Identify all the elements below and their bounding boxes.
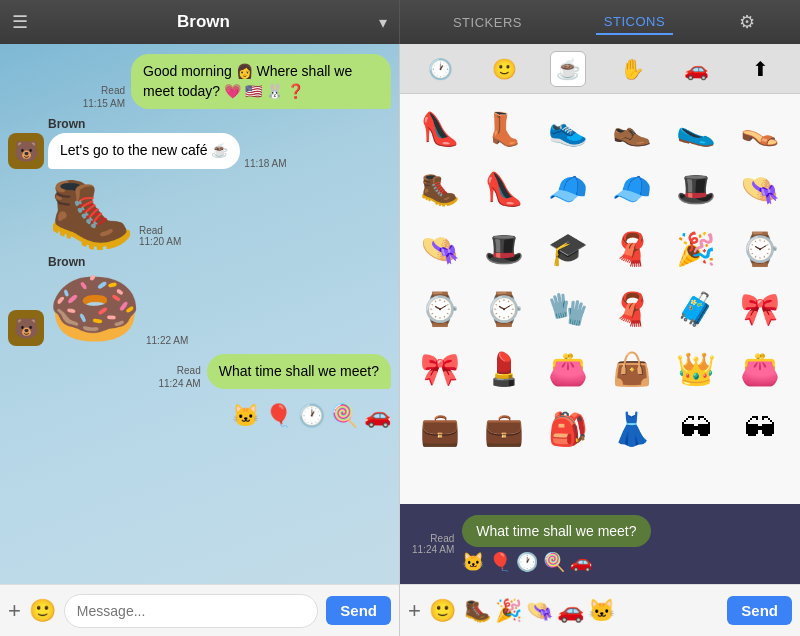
list-item[interactable]: 🥿 [669, 102, 723, 156]
list-item[interactable]: ⌚ [733, 222, 787, 276]
list-item[interactable]: 🧣 [605, 282, 659, 336]
table-row: Read 11:24 AM What time shall we meet? [8, 354, 391, 390]
cat-upload[interactable]: ⬆ [742, 51, 778, 87]
sticker-row: 👠 👢 👟 👞 🥿 👡 [408, 102, 792, 156]
sticker-row: ⌚ ⌚ 🧤 🧣 🧳 🎀 [408, 282, 792, 336]
cat-fashion[interactable]: ☕ [550, 51, 586, 87]
sticker-plus-icon[interactable]: + [408, 598, 421, 624]
list-item[interactable]: 🐱 [588, 598, 615, 624]
cat-car[interactable]: 🚗 [678, 51, 714, 87]
list-item[interactable]: 💼 [413, 402, 467, 456]
list-item[interactable]: 🎀 [733, 282, 787, 336]
preview-message-bubble: What time shall we meet? [462, 515, 650, 547]
table-row: 🥾 Read 11:20 AM [8, 177, 391, 247]
sticker-bar-icons: 🥾 🎉 👒 🚗 🐱 [464, 598, 719, 624]
main-content: Read 11:15 AM Good morning 👩 Where shall… [0, 44, 800, 636]
list-item[interactable]: 👒 [413, 222, 467, 276]
chat-title: Brown [28, 12, 379, 32]
list-item[interactable]: 👢 [477, 102, 531, 156]
sticker-row: 🥾 👠 🧢 🧢 🎩 👒 [408, 162, 792, 216]
send-button[interactable]: Send [326, 596, 391, 625]
list-item[interactable]: 👒 [733, 162, 787, 216]
list-item[interactable]: 💄 [477, 342, 531, 396]
table-row: 🐻 Brown Let's go to the new café ☕ 11:18… [8, 117, 391, 169]
list-item[interactable]: 👠 [413, 102, 467, 156]
chat-input[interactable] [64, 594, 318, 628]
preview-read: Read [430, 533, 454, 544]
list-item[interactable]: 👑 [669, 342, 723, 396]
sticker-grid: 👠 👢 👟 👞 🥿 👡 🥾 👠 🧢 🧢 🎩 👒 👒 🎩 🎓 🧣 [400, 94, 800, 504]
list-item[interactable]: 🎩 [669, 162, 723, 216]
list-item[interactable]: 🧤 [541, 282, 595, 336]
msg-time: 11:15 AM [83, 98, 125, 109]
tab-stickers[interactable]: STICKERS [445, 11, 530, 34]
menu-icon[interactable]: ☰ [12, 11, 28, 33]
sticker-category-bar: 🕐 🙂 ☕ ✋ 🚗 ⬆ [400, 44, 800, 94]
list-item[interactable]: 🥾 [413, 162, 467, 216]
list-item[interactable]: 🕶 [669, 402, 723, 456]
list-item[interactable]: ⌚ [477, 282, 531, 336]
list-item[interactable]: 🥾 [464, 598, 491, 624]
list-item[interactable]: 🎉 [669, 222, 723, 276]
sticker-input-bar: + 🙂 🥾 🎉 👒 🚗 🐱 Send [400, 584, 800, 636]
avatar: 🐻 [8, 133, 44, 169]
read-label: Read [139, 225, 163, 236]
sticker-row-bubble: 🐱 🎈 🕐 🍭 🚗 [232, 397, 391, 436]
read-label: Read [101, 85, 125, 96]
chat-input-bar: + 🙂 Send [0, 584, 399, 636]
received-content: Brown Let's go to the new café ☕ 11:18 A… [48, 117, 287, 169]
message-bubble: Let's go to the new café ☕ [48, 133, 240, 169]
list-item[interactable]: 🎒 [541, 402, 595, 456]
msg-meta-sent5: Read 11:24 AM [158, 365, 200, 389]
list-item[interactable]: 🧢 [541, 162, 595, 216]
msg-time: 11:24 AM [158, 378, 200, 389]
list-item[interactable]: 🎀 [413, 342, 467, 396]
sticker-row: 💼 💼 🎒 👗 🕶 🕶 [408, 402, 792, 456]
plus-icon[interactable]: + [8, 598, 21, 624]
preview-time: 11:24 AM [412, 544, 454, 555]
table-row: Read 11:15 AM Good morning 👩 Where shall… [8, 54, 391, 109]
chat-panel: Read 11:15 AM Good morning 👩 Where shall… [0, 44, 400, 636]
preview-message-area: Read 11:24 AM What time shall we meet? 🐱… [400, 504, 800, 584]
list-item[interactable]: 👒 [526, 598, 553, 624]
dropdown-icon[interactable]: ▾ [379, 13, 387, 32]
list-item[interactable]: 🎩 [477, 222, 531, 276]
list-item[interactable]: 🕶 [733, 402, 787, 456]
avatar: 🐻 [8, 310, 44, 346]
sticker-send-button[interactable]: Send [727, 596, 792, 625]
received-wrapper: 🥾 Read 11:20 AM [8, 177, 181, 247]
list-item[interactable]: 🎉 [495, 598, 522, 624]
cat-game[interactable]: ✋ [614, 51, 650, 87]
table-row: 🐱 🎈 🕐 🍭 🚗 [8, 397, 391, 436]
list-item[interactable]: 👡 [733, 102, 787, 156]
read-label: Read [177, 365, 201, 376]
list-item[interactable]: 👗 [605, 402, 659, 456]
received-wrapper: 🐻 Brown Let's go to the new café ☕ 11:18… [8, 117, 287, 169]
sender-name: Brown [48, 117, 287, 131]
list-item[interactable]: 🧢 [605, 162, 659, 216]
sticker-emoji-icon[interactable]: 🙂 [429, 598, 456, 624]
sticker-row: 👒 🎩 🎓 🧣 🎉 ⌚ [408, 222, 792, 276]
list-item[interactable]: 🧣 [605, 222, 659, 276]
settings-icon[interactable]: ⚙ [739, 11, 755, 33]
list-item[interactable]: ⌚ [413, 282, 467, 336]
cat-emoji[interactable]: 🙂 [486, 51, 522, 87]
list-item[interactable]: 👞 [605, 102, 659, 156]
list-item[interactable]: 🚗 [557, 598, 584, 624]
emoji-icon-btn[interactable]: 🙂 [29, 598, 56, 624]
list-item[interactable]: 🎓 [541, 222, 595, 276]
sticker-boot: 🥾 [48, 177, 135, 247]
list-item[interactable]: 👛 [541, 342, 595, 396]
list-item[interactable]: 👛 [733, 342, 787, 396]
list-item[interactable]: 👠 [477, 162, 531, 216]
received-content: 🥾 Read 11:20 AM [48, 177, 181, 247]
list-item[interactable]: 👟 [541, 102, 595, 156]
list-item[interactable]: 👜 [605, 342, 659, 396]
message-bubble: What time shall we meet? [207, 354, 391, 390]
list-item[interactable]: 💼 [477, 402, 531, 456]
cat-recent[interactable]: 🕐 [422, 51, 458, 87]
sticker-donut: 🍩 [48, 271, 142, 346]
tab-sticons[interactable]: STICONS [596, 10, 673, 35]
chat-header: ☰ Brown ▾ [0, 0, 400, 44]
list-item[interactable]: 🧳 [669, 282, 723, 336]
